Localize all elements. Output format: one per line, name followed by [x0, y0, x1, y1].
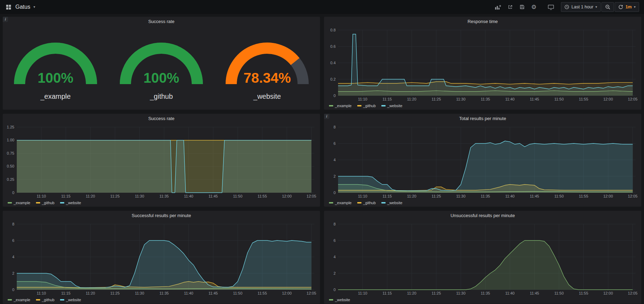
- svg-text:6: 6: [334, 238, 336, 243]
- gauge-label: _github: [149, 92, 173, 101]
- legend-item[interactable]: _website: [60, 298, 81, 302]
- navbar-actions: ⚙ Last 1 hour ▾: [492, 2, 639, 12]
- svg-text:6: 6: [334, 141, 336, 146]
- legend-item[interactable]: _example: [329, 104, 352, 108]
- monitor-icon: [548, 4, 554, 10]
- svg-text:11:45: 11:45: [530, 194, 539, 198]
- time-series-chart[interactable]: 00.250.500.751.001.2511:1011:1511:2011:2…: [3, 124, 320, 199]
- legend-series-label: _example: [14, 298, 30, 302]
- legend-item[interactable]: _website: [381, 104, 402, 108]
- svg-text:12:05: 12:05: [628, 97, 638, 101]
- legend-swatch-icon: [8, 299, 12, 301]
- panel-title[interactable]: Success rate: [3, 17, 320, 27]
- svg-text:12:00: 12:00: [282, 194, 292, 198]
- legend-item[interactable]: _github: [357, 104, 376, 108]
- svg-text:0.2: 0.2: [330, 77, 336, 81]
- svg-text:11:20: 11:20: [407, 97, 417, 101]
- dashboard-title[interactable]: Gatus: [15, 4, 30, 10]
- svg-text:11:50: 11:50: [554, 291, 564, 295]
- gear-icon: ⚙: [531, 4, 536, 10]
- svg-text:11:30: 11:30: [135, 291, 144, 295]
- dashboard-grid-icon[interactable]: [5, 3, 12, 12]
- time-range-button[interactable]: Last 1 hour ▾: [561, 2, 601, 12]
- legend-item[interactable]: _github: [36, 201, 54, 205]
- tv-mode-button[interactable]: [545, 2, 557, 12]
- legend-item[interactable]: _github: [36, 298, 54, 302]
- legend-series-label: _website: [387, 201, 402, 205]
- dashboard-grid: i Success rate 100%_example100%_github78…: [0, 14, 644, 304]
- time-series-chart[interactable]: 0246811:1011:1511:2011:2511:3011:3511:40…: [3, 221, 320, 296]
- svg-text:11:30: 11:30: [456, 291, 466, 295]
- legend-swatch-icon: [357, 202, 361, 203]
- refresh-interval-label: 1m: [625, 5, 632, 9]
- svg-text:11:50: 11:50: [233, 291, 242, 295]
- panel-success-rate-timeseries: Success rate 00.250.500.751.001.2511:101…: [2, 113, 320, 207]
- svg-text:0.25: 0.25: [7, 177, 14, 181]
- svg-text:11:10: 11:10: [37, 291, 46, 295]
- time-series-chart[interactable]: 0246811:1011:1511:2011:2511:3011:3511:40…: [324, 124, 641, 199]
- svg-text:12:05: 12:05: [628, 194, 638, 198]
- refresh-button[interactable]: 1m ▾: [615, 2, 639, 12]
- svg-text:12:00: 12:00: [603, 194, 613, 198]
- legend-swatch-icon: [60, 202, 64, 203]
- panel-title[interactable]: Total results per minute: [324, 114, 641, 124]
- svg-text:4: 4: [334, 255, 336, 259]
- svg-text:8: 8: [334, 125, 336, 129]
- svg-text:11:25: 11:25: [432, 97, 441, 101]
- svg-text:11:30: 11:30: [456, 97, 466, 101]
- svg-text:11:20: 11:20: [407, 194, 417, 198]
- gauge-value: 78.34%: [243, 70, 291, 86]
- zoom-out-button[interactable]: [601, 2, 614, 12]
- svg-text:0.6: 0.6: [330, 44, 336, 49]
- settings-button[interactable]: ⚙: [529, 2, 539, 12]
- panel-title[interactable]: Success rate: [3, 114, 320, 124]
- svg-text:11:55: 11:55: [258, 291, 267, 295]
- save-button[interactable]: [517, 2, 527, 12]
- legend-series-label: _website: [66, 298, 81, 302]
- legend-swatch-icon: [329, 202, 333, 203]
- panel-info-icon[interactable]: i: [324, 114, 329, 119]
- legend-swatch-icon: [357, 105, 361, 106]
- svg-text:0.4: 0.4: [330, 61, 336, 65]
- legend-item[interactable]: _example: [8, 201, 30, 205]
- panel-success-rate-gauges: i Success rate 100%_example100%_github78…: [2, 16, 320, 110]
- time-series-chart[interactable]: 00.20.40.60.811:1011:1511:2011:2511:3011…: [324, 27, 641, 102]
- legend-item[interactable]: _website: [329, 298, 350, 302]
- svg-text:12:00: 12:00: [282, 291, 292, 295]
- panel-title[interactable]: Response time: [324, 17, 641, 27]
- panel-title[interactable]: Successful results per minute: [3, 211, 320, 221]
- panel-info-icon[interactable]: i: [3, 17, 8, 22]
- legend-item[interactable]: _example: [329, 201, 352, 205]
- svg-text:11:55: 11:55: [579, 291, 588, 295]
- legend-item[interactable]: _website: [381, 201, 402, 205]
- svg-text:11:10: 11:10: [37, 194, 46, 198]
- share-button[interactable]: [505, 2, 515, 12]
- legend-series-label: _github: [363, 104, 376, 108]
- panel-response-time: Response time 00.20.40.60.811:1011:1511:…: [324, 16, 642, 110]
- svg-text:11:55: 11:55: [258, 194, 267, 198]
- panel-title[interactable]: Unsuccessful results per minute: [324, 211, 641, 221]
- legend-item[interactable]: _github: [357, 201, 376, 205]
- time-series-chart[interactable]: 0246811:1011:1511:2011:2511:3011:3511:40…: [324, 221, 641, 296]
- share-icon: [507, 4, 513, 10]
- svg-text:11:45: 11:45: [530, 291, 539, 295]
- svg-text:11:15: 11:15: [382, 97, 392, 101]
- svg-text:11:35: 11:35: [481, 97, 490, 101]
- svg-text:1.00: 1.00: [7, 138, 14, 142]
- add-panel-button[interactable]: [492, 2, 504, 12]
- panel-unsuccessful-results: Unsuccessful results per minute 0246811:…: [324, 210, 642, 304]
- legend-item[interactable]: _website: [60, 201, 81, 205]
- svg-text:11:20: 11:20: [86, 194, 95, 198]
- svg-text:4: 4: [334, 158, 336, 162]
- svg-text:8: 8: [12, 222, 14, 226]
- chart-legend: _example_github_website: [324, 102, 641, 110]
- svg-text:11:25: 11:25: [432, 291, 441, 295]
- svg-text:4: 4: [12, 255, 14, 259]
- legend-item[interactable]: _example: [8, 298, 30, 302]
- legend-swatch-icon: [329, 299, 333, 301]
- legend-swatch-icon: [60, 299, 64, 301]
- svg-text:11:30: 11:30: [135, 194, 144, 198]
- legend-series-label: _example: [335, 201, 352, 205]
- svg-text:6: 6: [12, 238, 14, 243]
- svg-text:11:55: 11:55: [579, 194, 588, 198]
